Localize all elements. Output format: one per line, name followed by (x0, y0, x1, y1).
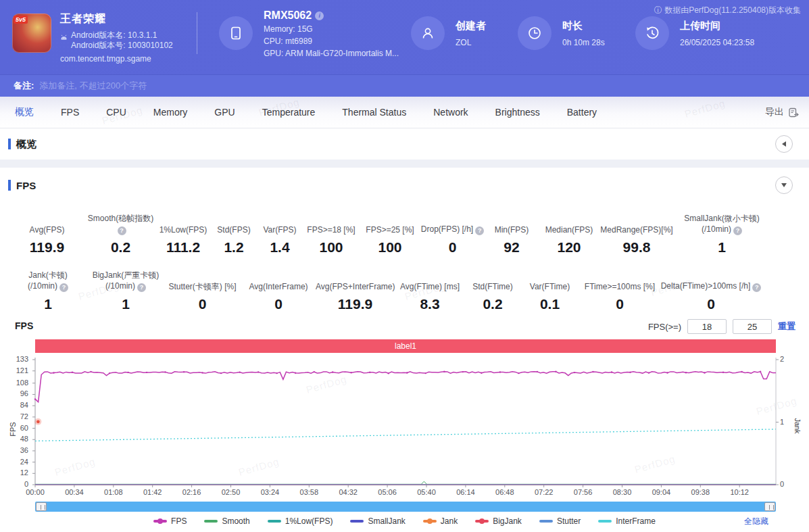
reset-button[interactable]: 重置 (778, 320, 795, 333)
tab-memory[interactable]: Memory (140, 107, 201, 118)
stat-value: 120 (539, 239, 599, 256)
y-axis-tick: 60 (0, 424, 28, 432)
legend-item-smalljank[interactable]: SmallJank (350, 515, 405, 527)
tab-概览[interactable]: 概览 (1, 106, 47, 118)
legend-item-bigjank[interactable]: BigJank (475, 515, 522, 527)
device-cpu: CPU: mt6989 (264, 37, 399, 46)
x-axis-tick: 09:04 (646, 488, 676, 496)
stat-item: BigJank(严重卡顿)(/10min)?1 (88, 269, 164, 312)
note-input-bar[interactable]: 备注: 添加备注, 不超过200个字符 (0, 74, 809, 97)
tab-gpu[interactable]: GPU (201, 107, 248, 118)
creator-block: 创建者 ZOL (411, 16, 486, 50)
stat-item: Drop(FPS) [/h]?0 (420, 212, 485, 256)
stat-value: 100 (303, 239, 360, 256)
chart-scrollbar[interactable] (35, 502, 776, 512)
device-gpu: GPU: ARM Mali-G720-Immortalis M... (264, 49, 399, 58)
hide-all-link[interactable]: 全隐藏 (744, 516, 768, 527)
legend-item-jank[interactable]: Jank (423, 515, 458, 527)
overview-section-title: 概览 (16, 138, 36, 151)
help-icon[interactable]: ? (137, 283, 146, 292)
export-icon (788, 107, 800, 118)
y-axis-tick: 48 (0, 435, 28, 443)
fps-threshold-label: FPS(>=) (648, 322, 681, 332)
y-axis-tick: 121 (0, 366, 28, 374)
stat-value: 8.3 (395, 296, 465, 312)
x-axis-tick: 10:12 (725, 488, 754, 496)
x-axis-tick: 05:06 (372, 488, 402, 496)
creator-label: 创建者 (456, 20, 486, 32)
right-axis-tick: 0 (780, 480, 793, 488)
fps-chart: FPS Jank 1331211089684726048362412021000… (0, 354, 809, 499)
legend-swatch (598, 520, 612, 523)
legend-swatch-dot (157, 518, 163, 524)
upload-time-value: 26/05/2025 04:23:58 (680, 38, 754, 47)
y-axis-tick: 108 (0, 379, 28, 387)
export-button[interactable]: 导出 (765, 106, 800, 118)
help-icon[interactable]: ? (118, 226, 126, 235)
stat-item: Median(FPS)120 (539, 212, 599, 256)
legend-item-fps[interactable]: FPS (153, 515, 187, 527)
interframe-series-line (35, 429, 776, 441)
chevron-down-icon (781, 183, 787, 187)
device-info-icon[interactable]: i (315, 11, 324, 20)
legend-item-stutter[interactable]: Stutter (539, 515, 581, 527)
fps-section: FPS Avg(FPS)119.9Smooth(稳帧指数)?0.21%Low(F… (0, 168, 809, 527)
stat-item: Delta(FTime)>100ms [/h]?0 (660, 269, 762, 312)
overview-section: 概览 (0, 128, 809, 160)
tab-battery[interactable]: Battery (554, 107, 610, 118)
stat-item: Avg(InterFrame)0 (241, 269, 316, 312)
stat-value: 0 (660, 296, 762, 312)
fps-threshold-input-1[interactable] (687, 319, 727, 334)
x-axis-tick: 00:00 (20, 488, 50, 496)
y-axis-tick: 133 (0, 355, 28, 363)
x-axis-tick: 03:24 (255, 488, 285, 496)
stat-item: Std(FPS)1.2 (211, 212, 257, 256)
legend-swatch (350, 520, 364, 523)
chevron-left-icon (782, 141, 786, 147)
tab-fps[interactable]: FPS (47, 107, 93, 118)
scrollbar-handle-left[interactable] (36, 502, 47, 511)
stat-item: Stutter(卡顿率) [%]0 (164, 269, 241, 312)
stat-value: 0 (420, 239, 485, 256)
tab-brightness[interactable]: Brightness (482, 107, 554, 118)
tab-thermal-status[interactable]: Thermal Status (328, 107, 420, 118)
y-axis-tick: 36 (0, 446, 28, 454)
stat-item: FPS>=25 [%]100 (360, 212, 420, 256)
x-axis-tick: 09:38 (685, 488, 715, 496)
legend-swatch (268, 520, 281, 523)
help-icon[interactable]: ? (733, 226, 742, 235)
fps-collapse-button[interactable] (775, 176, 793, 194)
help-icon[interactable]: ? (475, 226, 484, 235)
stat-item: Var(FPS)1.4 (257, 212, 303, 256)
legend-item-interframe[interactable]: InterFrame (598, 515, 656, 527)
package-name: com.tencent.tmgp.sgame (60, 54, 173, 64)
stat-item: Jank(卡顿)(/10min)?1 (8, 269, 88, 312)
stat-value: 0.2 (86, 239, 155, 256)
chart-legend: FPSSmooth1%Low(FPS)SmallJankJankBigJankS… (0, 515, 809, 527)
help-icon[interactable]: ? (752, 283, 761, 292)
tab-temperature[interactable]: Temperature (249, 107, 329, 118)
right-axis-tick: 1 (780, 418, 793, 426)
clock-icon (518, 16, 551, 50)
y-axis-tick: 72 (0, 412, 28, 420)
upload-time-label: 上传时间 (680, 20, 754, 32)
y-axis-tick: 24 (0, 458, 28, 466)
legend-swatch (153, 520, 167, 523)
stat-value: 1 (8, 296, 88, 312)
fps-stats-row-2: Jank(卡顿)(/10min)?1BigJank(严重卡顿)(/10min)?… (0, 269, 809, 312)
stat-value: 0 (164, 296, 241, 312)
y-axis-tick: 84 (0, 401, 28, 409)
overview-collapse-button[interactable] (775, 135, 793, 153)
android-version-code: Android版本号: 1003010102 (71, 41, 173, 51)
legend-item-1-low-fps-[interactable]: 1%Low(FPS) (268, 515, 333, 527)
legend-item-smooth[interactable]: Smooth (204, 515, 249, 527)
help-icon[interactable]: ? (59, 283, 68, 292)
legend-swatch (539, 520, 553, 523)
stat-item: FPS>=18 [%]100 (303, 212, 360, 256)
legend-swatch (475, 520, 489, 523)
tab-cpu[interactable]: CPU (93, 107, 140, 118)
tab-network[interactable]: Network (420, 107, 481, 118)
scrollbar-handle-right[interactable] (764, 502, 775, 511)
device-memory: Memory: 15G (264, 24, 399, 34)
fps-threshold-input-2[interactable] (733, 319, 772, 334)
